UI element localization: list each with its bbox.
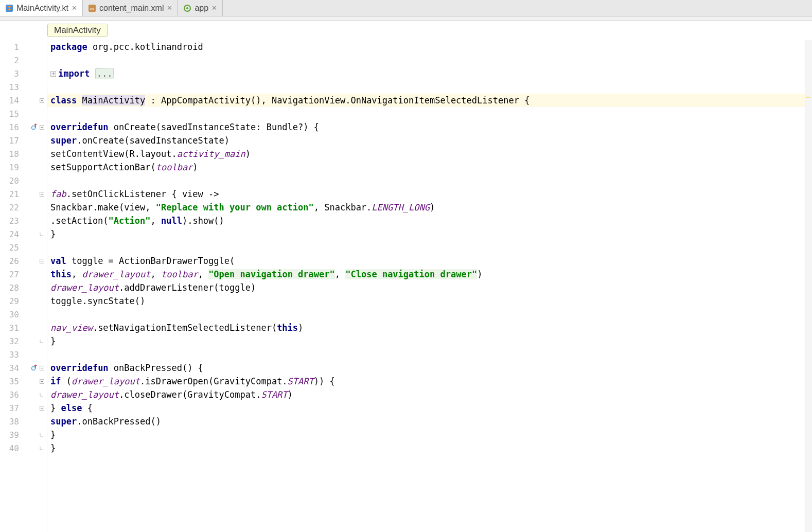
fold-collapse-icon[interactable] [39, 365, 45, 371]
keyword-import: import [58, 68, 90, 79]
tab-content-main-xml[interactable]: <> content_main.xml ✕ [83, 0, 178, 16]
line-number: 3 [1, 69, 19, 79]
line-number: 22 [1, 203, 19, 212]
gutter-row: 2 [0, 54, 47, 67]
line-number: 39 [1, 430, 19, 440]
gutter-row: 13 [0, 80, 47, 94]
fold-end-icon[interactable] [39, 446, 45, 451]
gutter-row: 27 [0, 268, 47, 281]
fold-collapse-icon[interactable] [39, 98, 45, 103]
gutter-row: 31 [0, 321, 47, 334]
close-icon[interactable]: ✕ [167, 4, 172, 12]
line-number: 15 [1, 109, 19, 119]
gutter-row: 25 [0, 241, 47, 254]
fold-collapse-icon[interactable] [39, 258, 45, 264]
gutter-row: 34 [0, 361, 47, 375]
gutter-row: 38 [0, 415, 47, 428]
gutter-row: 26 [0, 254, 47, 268]
gutter-row: 22 [0, 201, 47, 214]
gutter-row: 3 [0, 67, 47, 80]
line-number: 14 [1, 96, 19, 105]
gutter-row: 17 [0, 134, 47, 147]
fold-expand-icon[interactable]: + [50, 71, 56, 77]
line-number: 2 [1, 56, 19, 65]
line-number: 31 [1, 323, 19, 333]
gutter-row: 36 [0, 388, 47, 401]
kotlin-file-icon [5, 4, 13, 12]
error-stripe[interactable] [805, 40, 812, 532]
gutter-row: 37 [0, 401, 47, 415]
line-number: 30 [1, 310, 19, 320]
svg-point-7 [32, 126, 36, 130]
svg-point-4 [186, 7, 188, 9]
gutter-row: 15 [0, 107, 47, 120]
line-number: 34 [1, 363, 19, 373]
line-number: 19 [1, 163, 19, 172]
line-number: 38 [1, 417, 19, 427]
line-number: 27 [1, 270, 19, 279]
editor-area: 1231314151617181920212223242526272829303… [0, 40, 812, 532]
editor-tabs: MainActivity.kt ✕ <> content_main.xml ✕ … [0, 0, 812, 16]
keyword-package: package [50, 42, 87, 52]
class-declaration-line: class MainActivity : AppCompatActivity()… [47, 94, 812, 107]
tab-label: content_main.xml [99, 4, 164, 13]
line-number: 24 [1, 229, 19, 239]
gutter-row: 19 [0, 161, 47, 174]
line-number: 29 [1, 296, 19, 306]
line-number: 20 [1, 176, 19, 186]
override-marker-icon[interactable] [31, 363, 38, 373]
fold-end-icon[interactable] [39, 232, 45, 237]
breadcrumb[interactable]: MainActivity [47, 24, 108, 37]
gutter-row: 21 [0, 187, 47, 201]
line-number: 21 [1, 189, 19, 199]
code-area[interactable]: package org.pcc.kotlinandroid +import ..… [47, 40, 812, 532]
fold-collapse-icon[interactable] [39, 191, 45, 197]
tab-strip-spacer [0, 16, 812, 21]
line-number: 18 [1, 149, 19, 159]
fold-end-icon[interactable] [39, 432, 45, 438]
marker-warning-icon[interactable] [806, 97, 810, 98]
tab-label: app [195, 4, 208, 13]
line-number: 23 [1, 216, 19, 226]
line-number: 28 [1, 283, 19, 293]
gutter-row: 24 [0, 227, 47, 241]
close-icon[interactable]: ✕ [211, 4, 217, 12]
gutter-row: 14 [0, 94, 47, 107]
line-number: 26 [1, 256, 19, 266]
svg-point-14 [32, 367, 36, 370]
gutter-row: 30 [0, 308, 47, 321]
line-number: 1 [1, 42, 19, 52]
gutter-row: 40 [0, 441, 47, 455]
fold-collapse-icon[interactable] [39, 405, 45, 411]
gutter-row: 1 [0, 40, 47, 54]
tab-mainactivity[interactable]: MainActivity.kt ✕ [0, 0, 83, 16]
tab-app[interactable]: app ✕ [178, 0, 223, 16]
fold-end-icon[interactable] [39, 392, 45, 398]
fold-end-icon[interactable] [39, 339, 45, 344]
line-number: 13 [1, 82, 19, 92]
line-number: 33 [1, 350, 19, 360]
line-number: 16 [1, 122, 19, 132]
folded-imports[interactable]: ... [95, 68, 114, 79]
line-number: 32 [1, 336, 19, 346]
gutter-row: 28 [0, 281, 47, 294]
gutter-row: 39 [0, 428, 47, 441]
gutter-row: 18 [0, 147, 47, 161]
gutter-row: 20 [0, 174, 47, 187]
class-name: MainActivity [82, 95, 145, 105]
line-number: 36 [1, 390, 19, 400]
fold-collapse-icon[interactable] [39, 125, 45, 130]
gutter-row: 29 [0, 294, 47, 308]
line-number: 25 [1, 243, 19, 253]
gutter-row: 32 [0, 334, 47, 348]
close-icon[interactable]: ✕ [72, 4, 77, 12]
gutter-row: 33 [0, 348, 47, 361]
svg-text:<>: <> [90, 7, 95, 11]
module-icon [183, 4, 191, 12]
gutter-row: 16 [0, 120, 47, 134]
override-marker-icon[interactable] [31, 122, 38, 132]
fold-collapse-icon[interactable] [39, 379, 45, 384]
line-number: 40 [1, 444, 19, 453]
xml-file-icon: <> [88, 4, 96, 12]
gutter: 1231314151617181920212223242526272829303… [0, 40, 47, 532]
